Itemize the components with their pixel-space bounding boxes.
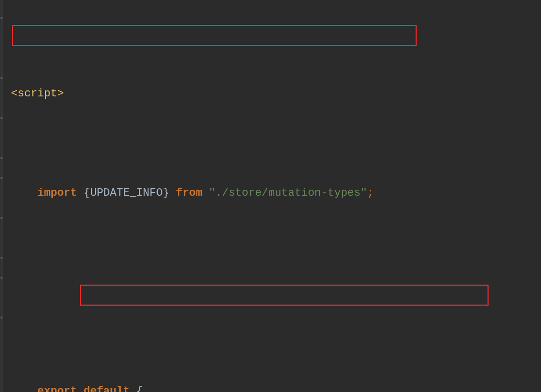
space (77, 187, 83, 199)
keyword-export: export (37, 385, 77, 392)
code-editor[interactable]: <script> import {UPDATE_INFO} from "./st… (0, 0, 541, 392)
tag-close: > (57, 87, 63, 100)
code-line[interactable]: export default { (2, 382, 541, 392)
space (77, 385, 83, 392)
space (169, 187, 176, 199)
tag-name: script (17, 87, 57, 100)
tag-open: < (11, 87, 17, 100)
keyword-default: default (83, 385, 129, 392)
semicolon: ; (367, 187, 374, 199)
indent (11, 385, 37, 392)
space (202, 187, 209, 199)
brace: { (136, 385, 143, 392)
brace: { (83, 187, 90, 199)
space (130, 385, 136, 392)
string-literal: "./store/mutation-types" (209, 187, 367, 199)
code-line[interactable]: <script> (2, 84, 541, 104)
brace: } (163, 187, 169, 199)
identifier-const: UPDATE_INFO (90, 187, 162, 199)
code-line-blank[interactable] (2, 282, 541, 302)
code-line[interactable]: import {UPDATE_INFO} from "./store/mutat… (2, 183, 541, 203)
indent (11, 187, 37, 199)
keyword-import: import (37, 187, 77, 199)
keyword-from: from (176, 187, 202, 199)
